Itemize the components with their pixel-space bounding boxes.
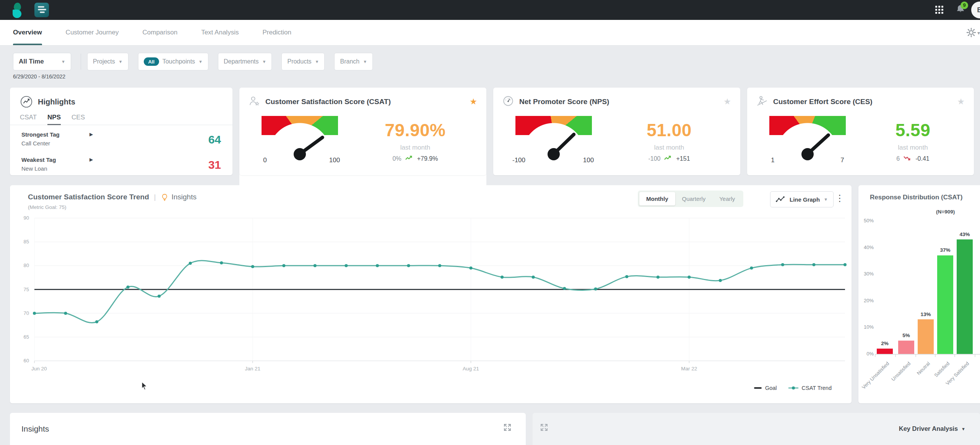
csat-value-block: 79.90%last month0%+79.9% (349, 120, 481, 162)
favorite-star-icon[interactable]: ★ (470, 98, 477, 106)
chevron-down-icon: ▼ (961, 427, 965, 431)
nps-value: 51.00 (603, 120, 735, 140)
svg-text:43%: 43% (959, 231, 970, 237)
delta-value: +79.9% (417, 155, 438, 162)
tab-overview[interactable]: Overview (13, 20, 42, 45)
trend-up-icon (664, 155, 673, 162)
gauge-hub (548, 148, 560, 160)
tab-comparison[interactable]: Comparison (143, 20, 178, 45)
filter-touchpoints[interactable]: AllTouchpoints▼ (138, 53, 208, 70)
chevron-down-icon: ▼ (119, 59, 123, 64)
tab-prediction[interactable]: Prediction (262, 20, 291, 45)
highlights-tab-ces[interactable]: CES (72, 114, 85, 125)
filter-products[interactable]: Products▼ (281, 53, 325, 70)
filter-label: Branch (340, 58, 359, 65)
svg-text:20%: 20% (864, 298, 874, 303)
gauge-icon (502, 95, 514, 108)
previous-value: 0% (393, 155, 401, 162)
card-nps: Net Promoter Score (NPS)★-10010051.00las… (493, 88, 740, 175)
key-driver-select[interactable]: Key Driver Analysis ▼ (899, 425, 965, 432)
top-navbar: 9 B (0, 0, 980, 20)
highlights-tab-csat[interactable]: CSAT (20, 114, 37, 125)
tab-label: Overview (13, 29, 42, 36)
notification-count-badge: 9 (960, 2, 968, 9)
time-range-select[interactable]: All Time ▼ (13, 53, 71, 70)
trend-legend: GoalCSAT Trend (754, 385, 832, 391)
person-star-icon (249, 95, 260, 108)
tab-text-analysis[interactable]: Text Analysis (201, 20, 239, 45)
legend-label: Goal (765, 385, 777, 391)
svg-text:Neutral: Neutral (916, 360, 931, 376)
settings-gear-icon[interactable] (966, 27, 977, 38)
favorite-star-icon[interactable]: ★ (723, 98, 731, 106)
highlights-tab-nps[interactable]: NPS (47, 114, 61, 125)
highlights-trend-icon (20, 95, 33, 108)
chevron-right-icon[interactable]: ▶ (89, 132, 93, 137)
chevron-down-icon: ▼ (363, 59, 367, 64)
nps-card-header: Net Promoter Score (NPS)★ (493, 88, 740, 108)
filter-projects[interactable]: Projects▼ (87, 53, 128, 70)
highlight-row-weakest-tag: Weakest Tag▶New Loan31 (21, 156, 221, 176)
highlights-title: Highlights (38, 98, 75, 106)
key-driver-expand-icon[interactable] (540, 423, 549, 432)
date-range-label: 6/29/2020 - 8/16/2022 (13, 73, 65, 80)
user-avatar[interactable]: B (971, 2, 980, 18)
svg-text:Unsatisfied: Unsatisfied (890, 361, 912, 382)
insights-panel: Insights (10, 413, 526, 445)
key-driver-label: Key Driver Analysis (899, 425, 958, 432)
ces-card-header: Customer Effort Score (CES)★ (747, 88, 974, 108)
svg-text:90: 90 (24, 215, 29, 221)
app-logo-icon[interactable] (11, 2, 24, 18)
legend-label: CSAT Trend (802, 385, 832, 391)
filter-departments[interactable]: Departments▼ (218, 53, 272, 70)
ces-card-title: Customer Effort Score (CES) (773, 98, 952, 106)
insights-panel-title: Insights (21, 424, 49, 434)
card-ces: Customer Effort Score (CES)★175.59last m… (747, 88, 974, 175)
trend-up-icon (405, 155, 414, 162)
apps-grid-icon[interactable] (935, 6, 943, 14)
chevron-down-icon: ▼ (262, 59, 267, 64)
csat-trend-panel: Customer Satisfaction Score Trend | Insi… (10, 185, 852, 403)
filter-label: Products (287, 58, 311, 65)
goal-legend-marker (754, 387, 762, 389)
last-month-label: last month (349, 144, 481, 152)
highlight-score: 31 (208, 158, 221, 171)
svg-text:Satisfied: Satisfied (933, 361, 951, 378)
card-csat: Customer Satisfaction Score (CSAT)★01007… (239, 88, 486, 175)
previous-value: -100 (648, 155, 660, 162)
filter-divider (81, 54, 81, 70)
svg-text:65: 65 (24, 334, 29, 340)
tabbar-overflow-icon[interactable]: ▾ (977, 30, 980, 36)
filter-branch[interactable]: Branch▼ (334, 53, 373, 70)
csat-card-title: Customer Satisfaction Score (CSAT) (265, 98, 464, 106)
svg-text:5%: 5% (902, 333, 910, 338)
nps-card-title: Net Promoter Score (NPS) (519, 98, 718, 106)
gauge-hub (801, 148, 814, 160)
main-tabbar: OverviewCustomer JourneyComparisonText A… (0, 20, 980, 46)
response-distribution-panel: Response Distribution (CSAT) (N=909) 0%1… (858, 185, 980, 403)
last-month-label: last month (857, 144, 969, 152)
svg-text:37%: 37% (940, 247, 950, 253)
last-month-label: last month (603, 144, 735, 152)
feedback-module-icon[interactable] (34, 3, 49, 17)
insights-expand-icon[interactable] (503, 423, 512, 432)
svg-text:30%: 30% (864, 271, 874, 277)
chevron-right-icon[interactable]: ▶ (89, 157, 93, 162)
filter-label: Touchpoints (163, 58, 195, 65)
svg-text:Mar 22: Mar 22 (681, 366, 697, 372)
highlight-score: 64 (208, 133, 221, 146)
tab-customer-journey[interactable]: Customer Journey (66, 20, 119, 45)
svg-text:80: 80 (24, 262, 29, 268)
notifications-bell-icon[interactable]: 9 (955, 4, 968, 17)
filter-label: Projects (93, 58, 115, 65)
nps-gauge: -100100 (515, 116, 592, 168)
svg-text:0%: 0% (866, 351, 874, 357)
highlight-row-strongest-tag: Strongest Tag▶Call Center64 (21, 131, 221, 150)
favorite-star-icon[interactable]: ★ (957, 98, 965, 106)
svg-text:2%: 2% (881, 341, 889, 346)
tab-label: Comparison (143, 29, 178, 36)
gauge-hub (294, 148, 306, 160)
time-range-label: All Time (19, 58, 44, 65)
svg-text:13%: 13% (920, 311, 931, 317)
tab-label: Prediction (262, 29, 291, 36)
